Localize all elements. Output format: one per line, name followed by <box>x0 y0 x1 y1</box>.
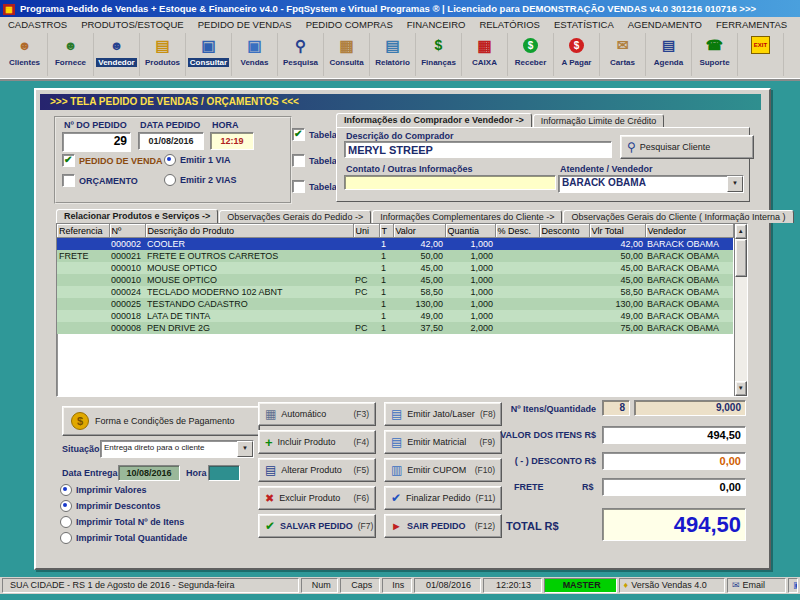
toolbar-button[interactable]: ☻ Clientes <box>2 33 48 76</box>
toolbar-button-label: Cartas <box>608 58 637 67</box>
sales-icon: ▣ <box>247 38 261 53</box>
menu-item[interactable]: AJUDA <box>793 19 800 30</box>
order-number-field[interactable]: 29 <box>62 132 131 152</box>
buyer-tab[interactable]: Informação Limite de Crédito <box>533 114 665 127</box>
contact-input[interactable] <box>344 175 556 190</box>
emit-button[interactable]: ✔ Finalizar Pedido (F11) <box>384 486 502 510</box>
toolbar-button[interactable]: ☻ Fornece <box>48 33 94 76</box>
toolbar-button[interactable]: EXIT <box>738 33 784 76</box>
product-tab[interactable]: Observações Gerais do Cliente ( Informaç… <box>563 210 793 223</box>
column-header[interactable]: Descrição do Produto <box>145 224 353 238</box>
product-tab[interactable]: Observações Gerais do Pedido -> <box>219 210 371 223</box>
column-header[interactable]: Valor <box>393 224 445 238</box>
toolbar-button-label: Finanças <box>419 58 458 67</box>
column-header[interactable]: Quantia <box>445 224 495 238</box>
radio-icon <box>60 516 72 528</box>
app-icon: ▦ <box>3 4 15 15</box>
column-header[interactable]: T <box>379 224 393 238</box>
table-row[interactable]: 000018 LATA DE TINTA 1 49,00 1,000 49,00… <box>57 310 733 322</box>
table-row[interactable]: 000025 TESTANDO CADASTRO 1 130,00 1,000 … <box>57 298 733 310</box>
order-time-field[interactable]: 12:19 <box>210 132 254 150</box>
order-type-checkbox[interactable]: ORÇAMENTO <box>62 174 163 187</box>
buyer-tab[interactable]: Informações do Comprador e Vendedor -> <box>336 113 532 127</box>
table-row[interactable]: 000002 COOLER 1 42,00 1,000 42,00 BARACK… <box>57 238 733 251</box>
column-header[interactable]: Nº <box>109 224 145 238</box>
table-row[interactable]: 000010 MOUSE OPTICO 1 45,00 1,000 45,00 … <box>57 262 733 274</box>
column-header[interactable]: % Desc. <box>495 224 539 238</box>
total-label: TOTAL R$ <box>506 520 559 532</box>
payment-terms-button[interactable]: $ Forma e Condições de Pagamento <box>62 406 260 436</box>
toolbar-button[interactable]: ☻ Vendedor <box>94 33 140 76</box>
emit-button[interactable]: ► SAIR PEDIDO (F12) <box>384 514 502 538</box>
toolbar-button[interactable]: ⚲ Pesquisa <box>278 33 324 76</box>
table-row[interactable]: FRETE 000021 FRETE E OUTROS CARRETOS 1 5… <box>57 250 733 262</box>
menu-item[interactable]: PEDIDO DE VENDAS <box>190 19 298 30</box>
column-header[interactable]: Vendedor <box>645 224 733 238</box>
menu-item[interactable]: RELATÓRIOS <box>471 19 546 30</box>
menu-item-label: PRODUTOS/ESTOQUE <box>81 19 184 30</box>
vias-radio[interactable]: Emitir 1 VIA <box>164 154 237 166</box>
menu-item[interactable]: AGENDAMENTO <box>620 19 708 30</box>
toolbar-button[interactable]: ▤ Agenda <box>646 33 692 76</box>
vias-options: Emitir 1 VIA Emitir 2 VIAS <box>164 154 237 186</box>
toolbar-button-label: Produtos <box>143 58 182 67</box>
delivery-date-field[interactable]: 10/08/2016 <box>118 465 180 481</box>
scrollbar-thumb[interactable] <box>735 239 748 277</box>
print-option-radio[interactable]: Imprimir Total Nº de Itens <box>60 516 187 528</box>
table-row[interactable]: 000008 PEN DRIVE 2G PC 1 37,50 2,000 75,… <box>57 322 733 334</box>
toolbar-button[interactable]: ▣ Consultar <box>186 33 232 76</box>
table-row[interactable]: 000024 TECLADO MODERNO 102 ABNT PC 1 58,… <box>57 286 733 298</box>
order-type-checkbox[interactable]: PEDIDO DE VENDA <box>62 154 163 167</box>
scroll-up-icon[interactable]: ▲ <box>735 224 748 239</box>
table-row[interactable]: 000010 MOUSE OPTICO PC 1 45,00 1,000 45,… <box>57 274 733 286</box>
menu-item[interactable]: PRODUTOS/ESTOQUE <box>73 19 190 30</box>
column-header[interactable]: Referencia <box>57 224 109 238</box>
vias-radio[interactable]: Emitir 2 VIAS <box>164 174 237 186</box>
print-option-radio[interactable]: Imprimir Total Quantidade <box>60 532 187 544</box>
toolbar-button[interactable]: $ A Pagar <box>554 33 600 76</box>
print-option-radio[interactable]: Imprimir Descontos <box>60 500 187 512</box>
chevron-down-icon[interactable]: ▼ <box>727 176 743 192</box>
menu-item[interactable]: FERRAMENTAS <box>708 19 793 30</box>
buyer-name-input[interactable] <box>344 141 612 158</box>
product-tab[interactable]: Relacionar Produtos e Serviços -> <box>56 209 218 223</box>
attendant-combo[interactable]: BARACK OBAMA ▼ <box>558 175 744 193</box>
toolbar-button[interactable]: ▦ Consulta <box>324 33 370 76</box>
toolbar-button[interactable]: ☎ Suporte <box>692 33 738 76</box>
order-date-field[interactable]: 01/08/2016 <box>138 132 204 150</box>
toolbar-button[interactable]: ▣ Vendas <box>232 33 278 76</box>
action-button[interactable]: + Incluir Produto (F4) <box>258 430 376 454</box>
action-button[interactable]: ▦ Automático (F3) <box>258 402 376 426</box>
search-client-button[interactable]: ⚲Pesquisar Cliente <box>620 135 754 159</box>
toolbar-button[interactable]: ▦ CAIXA <box>462 33 508 76</box>
menu-item[interactable]: ESTATÍSTICA <box>546 19 620 30</box>
menu-item-label: PEDIDO COMPRAS <box>306 19 393 30</box>
action-button[interactable]: ✖ Excluir Produto (F6) <box>258 486 376 510</box>
toolbar-button[interactable]: ✉ Cartas <box>600 33 646 76</box>
toolbar-button[interactable]: ▤ Produtos <box>140 33 186 76</box>
column-header[interactable]: Desconto <box>539 224 589 238</box>
scroll-down-icon[interactable]: ▼ <box>735 381 748 396</box>
radio-icon <box>60 484 72 496</box>
action-button[interactable]: ✔ SALVAR PEDIDO (F7) <box>258 514 376 538</box>
chevron-down-icon[interactable]: ▼ <box>237 441 253 457</box>
application-window: ▦Programa Pedido de Vendas + Estoque & F… <box>0 0 800 600</box>
freight-currency-label: R$ <box>582 482 594 492</box>
action-button[interactable]: ▤ Alterar Produto (F5) <box>258 458 376 482</box>
print-option-radio[interactable]: Imprimir Valores <box>60 484 187 496</box>
menu-item[interactable]: CADASTROS <box>0 19 73 30</box>
delivery-time-field[interactable] <box>208 465 240 481</box>
toolbar-button[interactable]: ▤ Relatório <box>370 33 416 76</box>
toolbar-button[interactable]: $ Receber <box>508 33 554 76</box>
status-cell: 12:20:13 <box>483 578 542 593</box>
vendor-icon: ☻ <box>110 39 124 52</box>
column-header[interactable]: Vlr Total <box>589 224 645 238</box>
column-header[interactable]: Uni <box>353 224 379 238</box>
menu-item[interactable]: FINANCEIRO <box>399 19 472 30</box>
toolbar-button[interactable]: $ Finanças <box>416 33 462 76</box>
table-scrollbar[interactable]: ▲ ▼ <box>734 224 748 396</box>
product-tab[interactable]: Informações Complementares do Cliente -> <box>372 210 562 223</box>
menu-item[interactable]: PEDIDO COMPRAS <box>298 19 399 30</box>
radio-icon <box>60 500 72 512</box>
situation-combo[interactable]: Entrega direto para o cliente ▼ <box>100 440 254 458</box>
